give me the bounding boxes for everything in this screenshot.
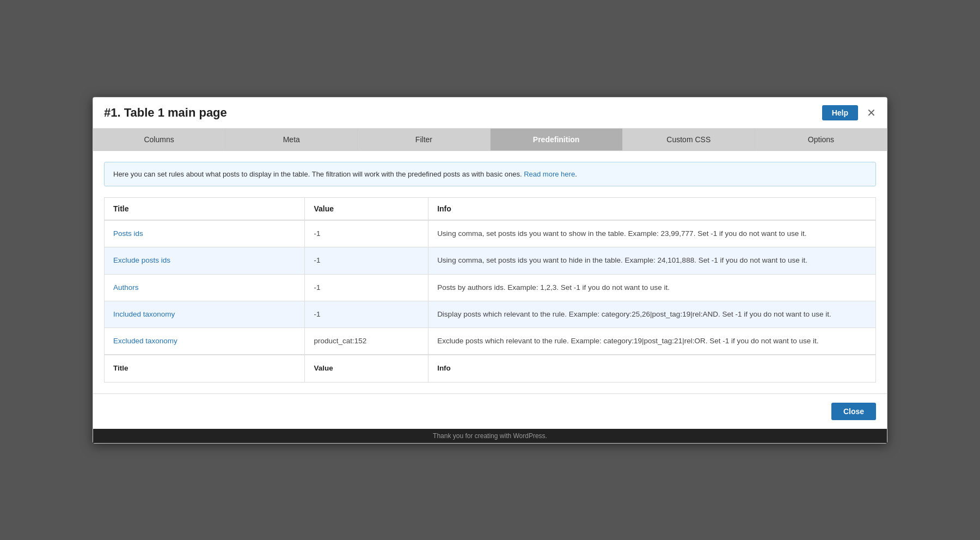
bottom-bar-text: Thank you for creating with WordPress. <box>433 432 547 440</box>
modal-footer: Close <box>93 393 887 429</box>
modal-title: #1. Table 1 main page <box>104 106 227 120</box>
row-title[interactable]: Included taxonomy <box>105 301 305 327</box>
row-info: Using comma, set posts ids you want to h… <box>428 247 876 274</box>
column-header-info: Info <box>428 198 876 221</box>
row-title[interactable]: Exclude posts ids <box>105 247 305 274</box>
table-footer-row: Title Value Info <box>105 355 876 382</box>
tabs-bar: Columns Meta Filter Predefinition Custom… <box>93 129 887 151</box>
row-value: -1 <box>305 274 428 301</box>
info-box-text: Here you can set rules about what posts … <box>113 170 524 178</box>
footer-col3: Info <box>428 355 876 382</box>
row-info: Exclude posts which relevant to the rule… <box>428 328 876 355</box>
info-box: Here you can set rules about what posts … <box>104 162 876 187</box>
row-value: -1 <box>305 301 428 327</box>
table-row: Authors-1Posts by authors ids. Example: … <box>105 274 876 301</box>
row-info: Display posts which relevant to the rule… <box>428 301 876 327</box>
row-value: -1 <box>305 220 428 247</box>
modal-header: #1. Table 1 main page Help ✕ <box>93 98 887 129</box>
tab-meta[interactable]: Meta <box>225 129 358 150</box>
column-header-value: Value <box>305 198 428 221</box>
close-button[interactable]: Close <box>831 403 876 420</box>
tab-predefinition[interactable]: Predefinition <box>491 129 623 150</box>
row-value: product_cat:152 <box>305 328 428 355</box>
row-info: Posts by authors ids. Example: 1,2,3. Se… <box>428 274 876 301</box>
column-header-title: Title <box>105 198 305 221</box>
help-button[interactable]: Help <box>822 105 858 120</box>
tab-custom-css[interactable]: Custom CSS <box>623 129 755 150</box>
table-row: Excluded taxonomyproduct_cat:152Exclude … <box>105 328 876 355</box>
close-x-button[interactable]: ✕ <box>867 107 876 118</box>
table-row: Included taxonomy-1Display posts which r… <box>105 301 876 327</box>
table-row: Exclude posts ids-1Using comma, set post… <box>105 247 876 274</box>
tab-columns[interactable]: Columns <box>93 129 225 150</box>
modal-window: #1. Table 1 main page Help ✕ Columns Met… <box>93 97 887 444</box>
header-actions: Help ✕ <box>822 105 876 120</box>
footer-col1: Title <box>105 355 305 382</box>
footer-col2: Value <box>305 355 428 382</box>
table-header-row: Title Value Info <box>105 198 876 221</box>
tab-options[interactable]: Options <box>755 129 887 150</box>
modal-body: Here you can set rules about what posts … <box>93 151 887 393</box>
row-value: -1 <box>305 247 428 274</box>
row-title[interactable]: Posts ids <box>105 220 305 247</box>
predefinition-table: Title Value Info Posts ids-1Using comma,… <box>104 197 876 383</box>
tab-filter[interactable]: Filter <box>358 129 490 150</box>
bottom-bar: Thank you for creating with WordPress. <box>93 429 887 443</box>
row-title[interactable]: Authors <box>105 274 305 301</box>
row-title[interactable]: Excluded taxonomy <box>105 328 305 355</box>
row-info: Using comma, set posts ids you want to s… <box>428 220 876 247</box>
table-row: Posts ids-1Using comma, set posts ids yo… <box>105 220 876 247</box>
read-more-link[interactable]: Read more here <box>524 170 575 178</box>
